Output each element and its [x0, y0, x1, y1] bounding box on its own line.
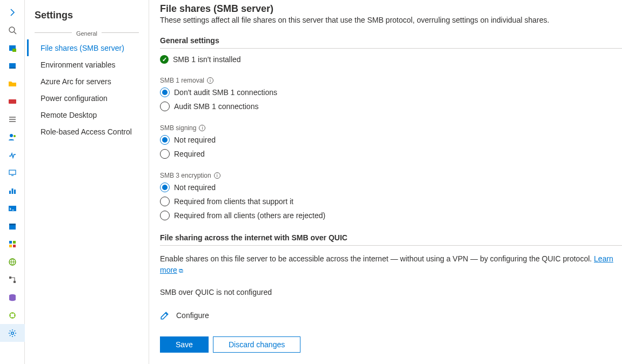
- smb-signing-radio-group: Not required Required: [160, 133, 622, 161]
- svg-rect-14: [9, 224, 16, 225]
- pencil-icon: [160, 311, 170, 320]
- smb1-status-row: ✓ SMB 1 isn't installed: [160, 55, 622, 64]
- save-button[interactable]: Save: [160, 336, 209, 353]
- radio-icon: [160, 135, 170, 145]
- monitor-icon: [8, 168, 17, 177]
- smb3-encryption-radio-group: Not required Required from clients that …: [160, 180, 622, 223]
- rail-network[interactable]: [0, 253, 25, 271]
- configure-button[interactable]: Configure: [160, 311, 622, 320]
- discard-button[interactable]: Discard changes: [213, 336, 300, 353]
- apps-icon: [8, 240, 17, 248]
- nav-group-label: General: [72, 30, 102, 37]
- rail-server[interactable]: [0, 39, 25, 57]
- settings-nav: Settings General File shares (SMB server…: [25, 0, 149, 364]
- nav-item-label: Power configuration: [41, 94, 108, 103]
- main-content: File shares (SMB server) These settings …: [149, 0, 622, 364]
- success-check-icon: ✓: [160, 55, 169, 64]
- rail-monitor[interactable]: [0, 164, 25, 181]
- smb3-encryption-label: SMB 3 encryption i: [160, 172, 622, 179]
- nav-group-separator: General: [35, 29, 139, 36]
- quic-description-row: Enable shares on this file server to be …: [160, 253, 622, 276]
- rail-database[interactable]: [0, 288, 25, 306]
- svg-rect-4: [9, 68, 16, 69]
- configure-label: Configure: [176, 311, 209, 320]
- svg-rect-10: [11, 188, 13, 194]
- radio-label: Required from clients that support it: [174, 197, 293, 206]
- rail-terminal[interactable]: [0, 199, 25, 217]
- rail-workflow[interactable]: [0, 271, 25, 288]
- svg-rect-18: [13, 245, 16, 247]
- rail-extensions[interactable]: [0, 306, 25, 324]
- nav-item-file-shares[interactable]: File shares (SMB server): [27, 39, 149, 56]
- rail-process[interactable]: [0, 146, 25, 164]
- nav-item-label: Azure Arc for servers: [41, 77, 111, 86]
- smb-signing-option-not-required[interactable]: Not required: [160, 133, 622, 147]
- svg-rect-9: [9, 191, 11, 194]
- radio-icon: [160, 183, 170, 192]
- rail-chart[interactable]: [0, 181, 25, 199]
- smb1-removal-radio-group: Don't audit SMB 1 connections Audit SMB …: [160, 85, 622, 113]
- rail-users[interactable]: [0, 128, 25, 146]
- quic-description: Enable shares on this file server to be …: [160, 254, 594, 263]
- process-icon: [8, 151, 17, 159]
- nav-item-rbac[interactable]: Role-based Access Control: [27, 123, 149, 140]
- radio-icon: [160, 197, 170, 206]
- svg-rect-3: [9, 63, 16, 68]
- info-icon[interactable]: i: [207, 77, 213, 84]
- radio-label: Not required: [174, 183, 216, 192]
- action-buttons: Save Discard changes: [160, 336, 622, 353]
- search-icon: [8, 26, 17, 35]
- smb1-removal-label: SMB 1 removal i: [160, 77, 622, 84]
- list-icon: [8, 115, 17, 124]
- svg-rect-11: [14, 190, 16, 194]
- gear-icon: [8, 329, 17, 338]
- nav-item-label: Role-based Access Control: [41, 127, 132, 136]
- chevron-right-icon: [8, 8, 17, 17]
- rail-chevron[interactable]: [0, 3, 25, 21]
- extensions-icon: [8, 311, 17, 320]
- info-icon[interactable]: i: [199, 125, 205, 131]
- rail-list[interactable]: [0, 110, 25, 128]
- radio-icon: [160, 211, 170, 220]
- rail-apps[interactable]: [0, 235, 25, 253]
- nav-item-azure-arc[interactable]: Azure Arc for servers: [27, 73, 149, 90]
- nav-item-label: Environment variables: [41, 60, 116, 69]
- workflow-icon: [8, 275, 17, 284]
- svg-rect-8: [9, 170, 16, 174]
- smb3-encryption-option-all-clients[interactable]: Required from all clients (others are re…: [160, 208, 622, 223]
- smb3-encryption-option-supported-clients[interactable]: Required from clients that support it: [160, 194, 622, 208]
- nav-rail: [0, 0, 25, 364]
- rail-settings[interactable]: [0, 324, 25, 342]
- radio-icon: [160, 149, 170, 159]
- nav-item-label: File shares (SMB server): [41, 44, 124, 52]
- svg-rect-5: [9, 99, 16, 104]
- radio-label: Required from all clients (others are re…: [174, 211, 325, 220]
- page-title: File shares (SMB server): [160, 3, 622, 15]
- radio-icon: [160, 102, 170, 111]
- network-icon: [8, 258, 17, 266]
- svg-point-7: [14, 135, 16, 137]
- card-icon: [8, 97, 17, 106]
- smb3-encryption-option-not-required[interactable]: Not required: [160, 180, 622, 194]
- rail-schedule[interactable]: [0, 217, 25, 235]
- rail-search[interactable]: [0, 21, 25, 39]
- smb-signing-option-required[interactable]: Required: [160, 147, 622, 161]
- nav-item-environment-variables[interactable]: Environment variables: [27, 56, 149, 73]
- svg-rect-2: [12, 49, 16, 52]
- terminal-icon: [8, 204, 17, 213]
- rail-computer[interactable]: [0, 57, 25, 75]
- rail-folder[interactable]: [0, 75, 25, 92]
- users-icon: [8, 133, 17, 141]
- smb1-removal-option-dont-audit[interactable]: Don't audit SMB 1 connections: [160, 85, 622, 99]
- settings-title: Settings: [25, 10, 149, 29]
- svg-rect-20: [9, 277, 11, 279]
- rail-card[interactable]: [0, 92, 25, 110]
- info-icon[interactable]: i: [214, 172, 220, 179]
- quic-heading: File sharing across the internet with SM…: [160, 233, 622, 246]
- chart-icon: [8, 186, 17, 195]
- smb1-removal-option-audit[interactable]: Audit SMB 1 connections: [160, 99, 622, 113]
- nav-item-remote-desktop[interactable]: Remote Desktop: [27, 106, 149, 123]
- radio-icon: [160, 87, 170, 97]
- computer-icon: [8, 62, 17, 70]
- nav-item-power-configuration[interactable]: Power configuration: [27, 90, 149, 106]
